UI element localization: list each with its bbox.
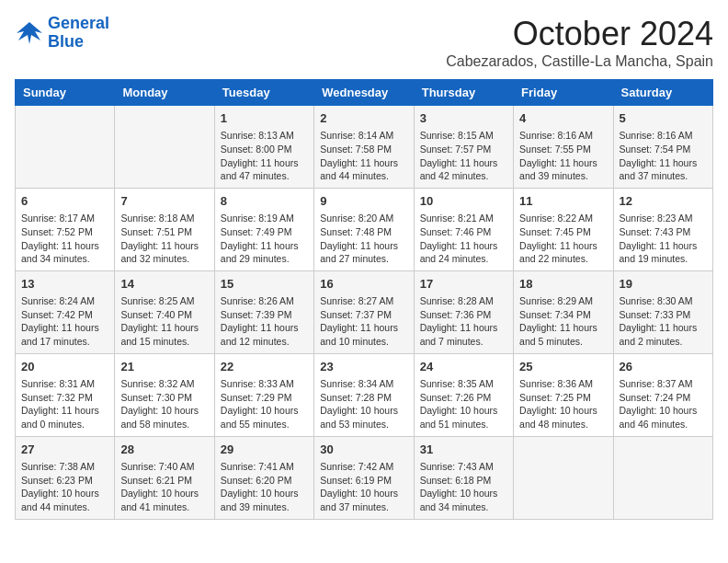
calendar-cell: 26Sunrise: 8:37 AMSunset: 7:24 PMDayligh…: [613, 353, 712, 436]
svg-marker-0: [17, 22, 42, 44]
calendar-table: SundayMondayTuesdayWednesdayThursdayFrid…: [15, 79, 713, 520]
calendar-cell: 4Sunrise: 8:16 AMSunset: 7:55 PMDaylight…: [514, 106, 613, 189]
calendar-cell: [16, 106, 115, 189]
calendar-cell: 19Sunrise: 8:30 AMSunset: 7:33 PMDayligh…: [613, 270, 712, 353]
calendar-cell: 22Sunrise: 8:33 AMSunset: 7:29 PMDayligh…: [214, 353, 313, 436]
calendar-cell: 2Sunrise: 8:14 AMSunset: 7:58 PMDaylight…: [314, 106, 414, 189]
day-number: 8: [221, 193, 308, 210]
logo-icon: [15, 20, 44, 46]
calendar-cell: [514, 436, 613, 519]
day-number: 27: [21, 442, 108, 458]
calendar-cell: 28Sunrise: 7:40 AMSunset: 6:21 PMDayligh…: [115, 436, 214, 519]
day-number: 13: [21, 276, 108, 293]
day-number: 24: [420, 359, 507, 375]
calendar-cell: 20Sunrise: 8:31 AMSunset: 7:32 PMDayligh…: [16, 353, 115, 436]
day-info: Sunrise: 8:21 AMSunset: 7:46 PMDaylight:…: [420, 212, 507, 266]
day-info: Sunrise: 8:35 AMSunset: 7:26 PMDaylight:…: [420, 377, 507, 431]
day-info: Sunrise: 8:30 AMSunset: 7:33 PMDaylight:…: [620, 294, 707, 349]
day-number: 3: [420, 110, 507, 127]
day-info: Sunrise: 8:24 AMSunset: 7:42 PMDaylight:…: [21, 294, 108, 349]
day-number: 20: [21, 359, 108, 375]
calendar-cell: 23Sunrise: 8:34 AMSunset: 7:28 PMDayligh…: [314, 353, 414, 436]
day-info: Sunrise: 8:20 AMSunset: 7:48 PMDaylight:…: [320, 212, 407, 266]
title-area: October 2024 Cabezarados, Castille-La Ma…: [446, 15, 713, 70]
day-info: Sunrise: 8:13 AMSunset: 8:00 PMDaylight:…: [221, 129, 308, 183]
column-header-friday: Friday: [514, 80, 613, 106]
day-info: Sunrise: 8:17 AMSunset: 7:52 PMDaylight:…: [21, 212, 108, 266]
logo-text: General Blue: [48, 15, 109, 52]
column-header-tuesday: Tuesday: [214, 80, 313, 106]
calendar-cell: 1Sunrise: 8:13 AMSunset: 8:00 PMDaylight…: [214, 106, 313, 189]
week-row-2: 6Sunrise: 8:17 AMSunset: 7:52 PMDaylight…: [16, 188, 713, 270]
calendar-cell: 29Sunrise: 7:41 AMSunset: 6:20 PMDayligh…: [214, 436, 313, 519]
calendar-cell: 3Sunrise: 8:15 AMSunset: 7:57 PMDaylight…: [414, 106, 513, 189]
calendar-cell: 31Sunrise: 7:43 AMSunset: 6:18 PMDayligh…: [414, 436, 513, 519]
column-header-sunday: Sunday: [16, 80, 115, 106]
day-number: 12: [620, 193, 707, 210]
column-header-monday: Monday: [115, 80, 214, 106]
page-header: General Blue October 2024 Cabezarados, C…: [15, 15, 713, 70]
calendar-cell: 18Sunrise: 8:29 AMSunset: 7:34 PMDayligh…: [514, 270, 613, 353]
day-info: Sunrise: 8:23 AMSunset: 7:43 PMDaylight:…: [620, 212, 707, 266]
calendar-cell: 16Sunrise: 8:27 AMSunset: 7:37 PMDayligh…: [314, 270, 414, 353]
day-info: Sunrise: 7:40 AMSunset: 6:21 PMDaylight:…: [120, 460, 208, 514]
location-title: Cabezarados, Castille-La Mancha, Spain: [446, 53, 713, 70]
day-info: Sunrise: 8:27 AMSunset: 7:37 PMDaylight:…: [320, 294, 407, 349]
day-number: 6: [21, 193, 108, 210]
day-info: Sunrise: 8:16 AMSunset: 7:54 PMDaylight:…: [620, 129, 707, 183]
day-info: Sunrise: 8:32 AMSunset: 7:30 PMDaylight:…: [120, 377, 208, 431]
calendar-cell: [115, 106, 214, 189]
day-info: Sunrise: 8:29 AMSunset: 7:34 PMDaylight:…: [519, 294, 607, 349]
day-number: 5: [620, 110, 707, 127]
day-number: 7: [120, 193, 208, 210]
day-number: 29: [221, 442, 308, 458]
day-number: 17: [420, 276, 507, 293]
column-header-thursday: Thursday: [414, 80, 513, 106]
day-number: 26: [620, 359, 707, 375]
calendar-cell: 17Sunrise: 8:28 AMSunset: 7:36 PMDayligh…: [414, 270, 513, 353]
calendar-cell: 21Sunrise: 8:32 AMSunset: 7:30 PMDayligh…: [115, 353, 214, 436]
week-row-1: 1Sunrise: 8:13 AMSunset: 8:00 PMDaylight…: [16, 106, 713, 189]
day-info: Sunrise: 8:16 AMSunset: 7:55 PMDaylight:…: [519, 129, 607, 183]
day-info: Sunrise: 7:41 AMSunset: 6:20 PMDaylight:…: [221, 460, 308, 514]
column-header-wednesday: Wednesday: [314, 80, 414, 106]
day-info: Sunrise: 8:19 AMSunset: 7:49 PMDaylight:…: [221, 212, 308, 266]
day-number: 9: [320, 193, 407, 210]
day-info: Sunrise: 8:18 AMSunset: 7:51 PMDaylight:…: [120, 212, 208, 266]
day-number: 4: [519, 110, 607, 127]
calendar-cell: 5Sunrise: 8:16 AMSunset: 7:54 PMDaylight…: [613, 106, 712, 189]
calendar-cell: 27Sunrise: 7:38 AMSunset: 6:23 PMDayligh…: [16, 436, 115, 519]
calendar-cell: 30Sunrise: 7:42 AMSunset: 6:19 PMDayligh…: [314, 436, 414, 519]
day-info: Sunrise: 8:37 AMSunset: 7:24 PMDaylight:…: [620, 377, 707, 431]
calendar-cell: 25Sunrise: 8:36 AMSunset: 7:25 PMDayligh…: [514, 353, 613, 436]
day-number: 11: [519, 193, 607, 210]
calendar-cell: 10Sunrise: 8:21 AMSunset: 7:46 PMDayligh…: [414, 188, 513, 270]
day-number: 10: [420, 193, 507, 210]
calendar-header-row: SundayMondayTuesdayWednesdayThursdayFrid…: [16, 80, 713, 106]
logo: General Blue: [15, 15, 109, 52]
week-row-4: 20Sunrise: 8:31 AMSunset: 7:32 PMDayligh…: [16, 353, 713, 436]
calendar-cell: [613, 436, 712, 519]
day-info: Sunrise: 8:36 AMSunset: 7:25 PMDaylight:…: [519, 377, 607, 431]
day-number: 19: [620, 276, 707, 293]
calendar-cell: 9Sunrise: 8:20 AMSunset: 7:48 PMDaylight…: [314, 188, 414, 270]
day-number: 21: [120, 359, 208, 375]
calendar-cell: 8Sunrise: 8:19 AMSunset: 7:49 PMDaylight…: [214, 188, 313, 270]
month-title: October 2024: [446, 15, 713, 53]
day-number: 22: [221, 359, 308, 375]
day-number: 28: [120, 442, 208, 458]
calendar-cell: 6Sunrise: 8:17 AMSunset: 7:52 PMDaylight…: [16, 188, 115, 270]
day-info: Sunrise: 8:34 AMSunset: 7:28 PMDaylight:…: [320, 377, 407, 431]
day-info: Sunrise: 8:22 AMSunset: 7:45 PMDaylight:…: [519, 212, 607, 266]
day-number: 18: [519, 276, 607, 293]
day-info: Sunrise: 7:43 AMSunset: 6:18 PMDaylight:…: [420, 460, 507, 514]
day-number: 15: [221, 276, 308, 293]
calendar-cell: 24Sunrise: 8:35 AMSunset: 7:26 PMDayligh…: [414, 353, 513, 436]
day-info: Sunrise: 7:38 AMSunset: 6:23 PMDaylight:…: [21, 460, 108, 514]
day-info: Sunrise: 8:31 AMSunset: 7:32 PMDaylight:…: [21, 377, 108, 431]
day-info: Sunrise: 8:14 AMSunset: 7:58 PMDaylight:…: [320, 129, 407, 183]
calendar-cell: 11Sunrise: 8:22 AMSunset: 7:45 PMDayligh…: [514, 188, 613, 270]
day-number: 31: [420, 442, 507, 458]
calendar-cell: 13Sunrise: 8:24 AMSunset: 7:42 PMDayligh…: [16, 270, 115, 353]
day-info: Sunrise: 8:33 AMSunset: 7:29 PMDaylight:…: [221, 377, 308, 431]
